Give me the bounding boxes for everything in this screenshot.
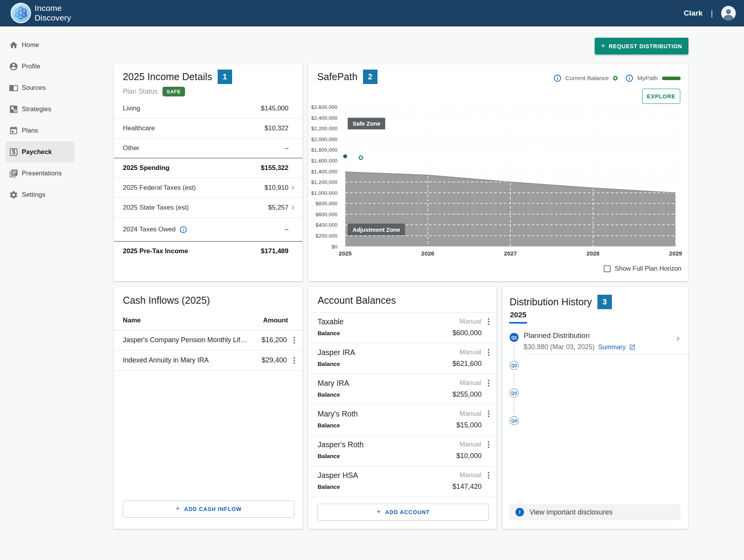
sidebar-item-strategies[interactable]: Strategies bbox=[5, 98, 75, 120]
income-row-label: Other bbox=[123, 144, 140, 152]
presentations-icon bbox=[9, 169, 18, 178]
income-row: Living$145,000 bbox=[114, 98, 302, 118]
svg-text:$400,000: $400,000 bbox=[316, 222, 337, 228]
income-row-value: – bbox=[285, 144, 288, 152]
info-icon[interactable] bbox=[553, 74, 562, 82]
column-header-amount: Amount bbox=[263, 317, 288, 324]
kebab-menu-icon[interactable] bbox=[484, 440, 493, 449]
sidebar-item-plans[interactable]: Plans bbox=[5, 120, 75, 141]
svg-text:$1,000,000: $1,000,000 bbox=[311, 190, 337, 196]
add-cash-inflow-button[interactable]: + ADD CASH INFLOW bbox=[123, 500, 294, 518]
explore-button[interactable]: EXPLORE bbox=[642, 89, 680, 104]
account-mode: Manual bbox=[459, 471, 481, 479]
kebab-icon bbox=[290, 356, 299, 365]
kebab-menu-icon[interactable] bbox=[484, 471, 493, 480]
kebab-menu-icon[interactable] bbox=[290, 336, 299, 345]
account-mode: Manual bbox=[459, 441, 481, 448]
sidebar-item-home[interactable]: Home bbox=[5, 34, 75, 56]
svg-text:2025: 2025 bbox=[339, 250, 351, 257]
timeline-q2-marker: Q2 bbox=[510, 361, 519, 370]
info-icon[interactable] bbox=[625, 74, 634, 82]
plan-status-badge: SAFE bbox=[162, 87, 185, 96]
balance-label: Balance bbox=[318, 391, 340, 398]
balance-value: $15,000 bbox=[456, 421, 482, 429]
cash-inflow-name: Jasper's Company Pension Monthly Lif… bbox=[123, 336, 247, 344]
timeline-q1-marker[interactable]: Q1 bbox=[510, 333, 519, 342]
show-full-plan-horizon-control[interactable]: Show Full Plan Horizon bbox=[604, 265, 682, 272]
sidebar-item-presentations[interactable]: Presentations bbox=[5, 163, 75, 184]
cash-inflows-card: Cash Inflows (2025) Name Amount Jasper's… bbox=[114, 287, 302, 529]
kebab-menu-icon[interactable] bbox=[484, 317, 493, 326]
zone-label-adjustment-zone: Adjustment Zone bbox=[348, 224, 405, 235]
kebab-icon bbox=[484, 409, 493, 418]
income-row-value: $171,489 bbox=[261, 247, 288, 255]
income-row[interactable]: 2025 State Taxes (est)$5,257 bbox=[114, 198, 302, 217]
summary-link[interactable]: Summary bbox=[598, 343, 626, 351]
income-row[interactable]: 2025 Federal Taxes (est)$10,910 bbox=[114, 178, 302, 198]
svg-text:2027: 2027 bbox=[504, 250, 517, 257]
timeline-connector bbox=[514, 372, 515, 387]
account-name: Mary IRA bbox=[318, 379, 349, 388]
external-link-icon[interactable] bbox=[629, 344, 636, 350]
account-mode: Manual bbox=[459, 348, 481, 356]
svg-text:2028: 2028 bbox=[587, 250, 599, 257]
balance-value: $600,000 bbox=[452, 329, 482, 337]
kebab-menu-icon[interactable] bbox=[484, 348, 493, 357]
kebab-menu-icon[interactable] bbox=[484, 409, 493, 418]
safepath-title: SafePath bbox=[317, 71, 358, 82]
timeline-entry-chevron-icon[interactable] bbox=[674, 334, 683, 343]
svg-text:$2,000,000: $2,000,000 bbox=[311, 136, 337, 142]
svg-text:$: $ bbox=[12, 148, 15, 155]
sidebar-item-settings[interactable]: Settings bbox=[5, 184, 75, 205]
kebab-menu-icon[interactable] bbox=[484, 378, 493, 388]
income-row-label: 2025 Federal Taxes (est) bbox=[123, 184, 196, 192]
svg-text:$600,000: $600,000 bbox=[316, 212, 337, 217]
view-disclosures-button[interactable]: ! View important disclosures bbox=[509, 504, 681, 520]
sidebar-item-label: Plans bbox=[22, 127, 38, 134]
balance-label: Balance bbox=[318, 483, 340, 490]
svg-text:2026: 2026 bbox=[421, 250, 434, 257]
chevron-right-icon[interactable] bbox=[289, 184, 297, 192]
account-row: Mary IRAManualBalance$255,000 bbox=[308, 374, 496, 405]
svg-text:$1,200,000: $1,200,000 bbox=[311, 179, 337, 185]
sidebar-item-paycheck[interactable]: $Paycheck bbox=[5, 141, 75, 163]
zone-label-safe-zone: Safe Zone bbox=[348, 118, 385, 130]
safepath-card: SafePath 2 Current BalanceMyPath EXPLORE… bbox=[308, 64, 688, 281]
safepath-chart: $0$200,000$400,000$600,000$800,000$1,000… bbox=[308, 104, 685, 260]
account-balances-card: Account Balances TaxableManualBalance$60… bbox=[308, 287, 496, 529]
kebab-icon bbox=[484, 378, 493, 388]
brand-logo-icon bbox=[10, 3, 31, 23]
user-name[interactable]: Clark bbox=[684, 9, 703, 18]
distribution-history-card: Distribution History 3 2025 Q1Planned Di… bbox=[503, 287, 688, 529]
settings-icon bbox=[9, 190, 18, 200]
account-row: Mary's RothManualBalance$15,000 bbox=[308, 405, 496, 436]
timeline-q4-marker: Q4 bbox=[510, 416, 519, 425]
timeline-q3-marker: Q3 bbox=[510, 388, 519, 397]
cash-inflow-name: Indexed Annuity in Mary IRA bbox=[123, 356, 209, 364]
income-row-label: Healthcare bbox=[123, 124, 155, 132]
income-row-label: 2024 Taxes Owed bbox=[123, 226, 187, 234]
kebab-menu-icon[interactable] bbox=[290, 356, 299, 365]
income-row: Healthcare$10,322 bbox=[114, 118, 302, 138]
svg-text:Adjustment Zone: Adjustment Zone bbox=[353, 226, 400, 233]
kebab-icon bbox=[290, 336, 299, 345]
cash-inflow-row: Jasper's Company Pension Monthly Lif…$16… bbox=[114, 330, 302, 350]
timeline-entry[interactable]: Planned Distribution$30,980 (Mar 03, 202… bbox=[524, 331, 683, 351]
request-distribution-button[interactable]: + REQUEST DISTRIBUTION bbox=[595, 38, 688, 54]
plus-icon: + bbox=[377, 508, 381, 516]
sidebar-item-sources[interactable]: Sources bbox=[5, 77, 75, 98]
avatar[interactable] bbox=[721, 6, 736, 21]
svg-text:$200,000: $200,000 bbox=[316, 233, 337, 239]
svg-text:$1,400,000: $1,400,000 bbox=[311, 169, 337, 175]
balance-value: $147,420 bbox=[452, 483, 482, 491]
show-full-plan-horizon-checkbox[interactable] bbox=[604, 265, 611, 272]
avatar-person-icon bbox=[721, 6, 736, 21]
timeline-entry-title: Planned Distribution bbox=[524, 331, 683, 340]
sources-icon bbox=[9, 83, 18, 93]
column-header-name: Name bbox=[123, 317, 141, 324]
strategies-icon bbox=[9, 105, 18, 114]
add-account-button[interactable]: + ADD ACCOUNT bbox=[318, 504, 489, 521]
sidebar-item-profile[interactable]: Profile bbox=[5, 56, 75, 77]
home-icon bbox=[9, 40, 18, 50]
chevron-right-icon[interactable] bbox=[289, 203, 297, 212]
